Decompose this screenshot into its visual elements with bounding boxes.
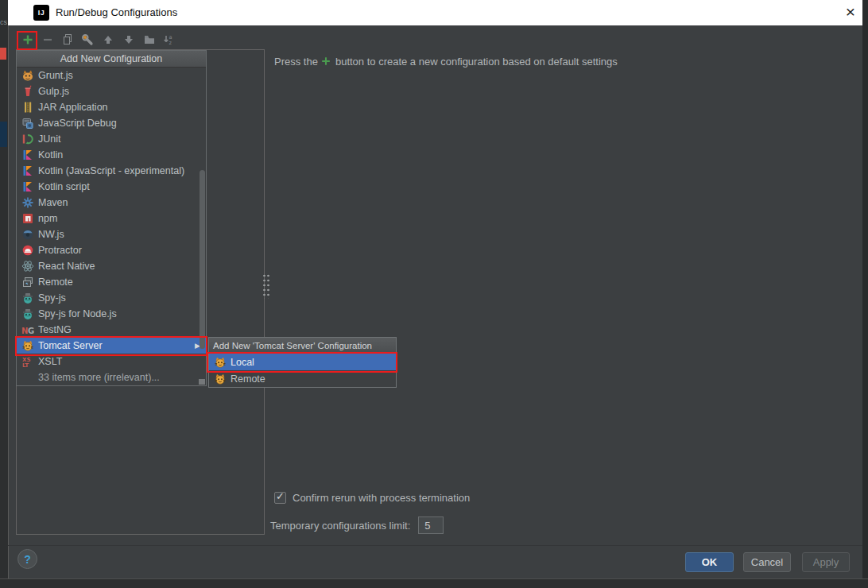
popup-header: Add New Configuration xyxy=(17,51,206,68)
menu-item-javascript-debug[interactable]: JavaScript Debug xyxy=(17,115,206,131)
menu-item-label: Tomcat Server xyxy=(38,340,103,351)
protractor-icon xyxy=(21,244,34,257)
jar-icon xyxy=(21,101,34,114)
confirm-rerun-checkbox[interactable]: ✓ xyxy=(274,492,286,504)
tomcat-icon xyxy=(21,339,34,352)
jsdebug-icon xyxy=(21,117,34,130)
tomcat-icon xyxy=(214,373,227,385)
plus-icon xyxy=(320,55,332,68)
kotlin-icon xyxy=(21,164,34,177)
move-down-button[interactable] xyxy=(121,32,137,48)
tomcat-server-options-list: LocalRemote xyxy=(209,354,396,387)
menu-item-spy-js[interactable]: Spy-js xyxy=(17,290,206,306)
kotlin-icon xyxy=(21,180,34,193)
xslt-icon: XSLT xyxy=(21,355,34,368)
move-down-icon xyxy=(122,33,135,46)
nwjs-icon xyxy=(21,228,34,241)
sort-alphabetically-button[interactable]: az xyxy=(161,32,176,48)
temporary-limit-input[interactable] xyxy=(418,516,444,534)
menu-item-testng[interactable]: NGTestNG xyxy=(17,322,206,338)
settings-icon xyxy=(81,33,94,46)
submenu-header: Add New 'Tomcat Server' Configuration xyxy=(209,338,396,354)
menu-item-label: JUnit xyxy=(38,133,60,145)
apply-button[interactable]: Apply xyxy=(802,552,850,572)
submenu-item-remote[interactable]: Remote xyxy=(209,370,396,387)
menu-item-kotlin-script[interactable]: Kotlin script xyxy=(17,179,206,195)
background-right-strip xyxy=(862,0,868,588)
menu-item-kotlin[interactable]: Kotlin xyxy=(17,147,206,163)
splitter-drag-handle[interactable] xyxy=(262,273,269,299)
create-folder-button[interactable] xyxy=(141,32,157,48)
menu-item-jar-application[interactable]: JAR Application xyxy=(17,99,206,115)
grunt-icon xyxy=(21,69,34,82)
remove-button[interactable] xyxy=(40,32,56,48)
footer-divider xyxy=(8,545,862,546)
menu-item-react-native[interactable]: React Native xyxy=(17,258,206,274)
junit-icon xyxy=(21,133,34,145)
hint-prefix: Press the xyxy=(274,56,318,68)
menu-item-xslt[interactable]: XSLTXSLT xyxy=(17,354,206,369)
submenu-item-local[interactable]: Local xyxy=(209,354,396,370)
ok-button[interactable]: OK xyxy=(685,552,734,572)
menu-item-kotlin-javascript-experimental[interactable]: Kotlin (JavaScript - experimental) xyxy=(17,163,206,179)
cancel-button[interactable]: Cancel xyxy=(743,552,791,572)
spy-icon xyxy=(21,308,34,320)
menu-item-33-items-more-irrelevant[interactable]: 33 items more (irrelevant)... xyxy=(17,369,206,385)
add-new-configuration-popup: Add New Configuration Grunt.jsGulp.jsJAR… xyxy=(16,50,207,386)
hint-suffix: button to create a new configuration bas… xyxy=(335,56,618,68)
screenshot-root: cs IJ Run/Debug Configurations × az Add … xyxy=(0,0,868,588)
edit-defaults-button[interactable] xyxy=(79,32,95,48)
background-text: cs xyxy=(0,18,7,26)
menu-item-label: Kotlin (JavaScript - experimental) xyxy=(38,165,184,176)
menu-item-label: Grunt.js xyxy=(38,70,73,81)
spy-icon xyxy=(21,292,34,304)
menu-item-label: NW.js xyxy=(38,229,64,240)
menu-item-spy-js-for-node-js[interactable]: Spy-js for Node.js xyxy=(17,306,206,322)
help-button[interactable]: ? xyxy=(17,549,37,569)
tomcat-icon xyxy=(214,356,227,369)
react-icon xyxy=(21,260,34,273)
popup-scrollbar-thumb[interactable] xyxy=(200,170,205,349)
confirm-rerun-row: ✓ Confirm rerun with process termination xyxy=(274,492,470,504)
background-window-strip xyxy=(0,0,8,588)
menu-item-label: Maven xyxy=(38,197,68,208)
menu-item-label: Remote xyxy=(38,277,73,288)
menu-item-grunt-js[interactable]: Grunt.js xyxy=(17,68,206,83)
menu-item-gulp-js[interactable]: Gulp.js xyxy=(17,83,206,99)
maven-icon xyxy=(21,196,34,209)
menu-item-label: Kotlin xyxy=(38,149,63,161)
confirm-rerun-label: Confirm rerun with process termination xyxy=(293,492,470,504)
submenu-item-label: Local xyxy=(231,357,254,368)
none-icon xyxy=(21,371,34,384)
background-bottom-strip xyxy=(0,578,868,588)
menu-item-protractor[interactable]: Protractor xyxy=(17,242,206,258)
menu-item-tomcat-server[interactable]: Tomcat Server▶ xyxy=(17,338,206,354)
move-up-button[interactable] xyxy=(100,32,116,48)
close-icon[interactable]: × xyxy=(839,0,862,25)
menu-item-label: React Native xyxy=(38,261,95,272)
copy-icon xyxy=(61,33,74,46)
remove-icon xyxy=(41,33,54,46)
menu-item-nw-js[interactable]: NW.js xyxy=(17,226,206,242)
empty-state-hint: Press the button to create a new configu… xyxy=(274,54,618,68)
move-up-icon xyxy=(102,33,114,46)
gulp-icon xyxy=(21,85,34,98)
svg-text:z: z xyxy=(169,40,172,46)
add-button[interactable] xyxy=(20,32,36,48)
temporary-limit-label: Temporary configurations limit: xyxy=(270,520,410,532)
svg-text:G: G xyxy=(28,327,34,335)
menu-item-label: npm xyxy=(38,213,57,224)
menu-item-remote[interactable]: Remote xyxy=(17,274,206,290)
remote-icon xyxy=(21,276,34,288)
menu-item-label: TestNG xyxy=(38,324,72,335)
npm-icon xyxy=(21,212,34,225)
copy-button[interactable] xyxy=(60,32,76,48)
popup-resize-grip[interactable] xyxy=(199,379,205,385)
menu-item-npm[interactable]: npm xyxy=(17,211,206,226)
menu-item-junit[interactable]: JUnit xyxy=(17,131,206,147)
tomcat-server-submenu: Add New 'Tomcat Server' Configuration Lo… xyxy=(208,337,397,388)
menu-item-maven[interactable]: Maven xyxy=(17,195,206,211)
menu-item-label: JavaScript Debug xyxy=(38,118,117,129)
add-icon xyxy=(21,33,34,46)
configuration-type-list: Grunt.jsGulp.jsJAR ApplicationJavaScript… xyxy=(17,68,206,385)
